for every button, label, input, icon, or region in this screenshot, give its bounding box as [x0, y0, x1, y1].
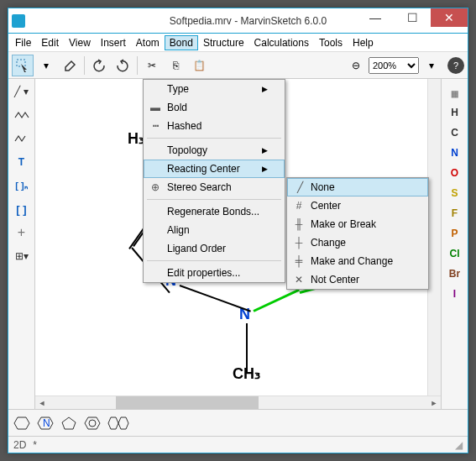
app-window: Softpedia.mrv - MarvinSketch 6.0.0 — ☐ ✕…	[8, 8, 468, 453]
element-n[interactable]: N	[451, 147, 458, 159]
menu-tools[interactable]: Tools	[314, 35, 348, 50]
submenu-make-and-change[interactable]: ╪Make and Change	[287, 252, 428, 270]
scroll-left-icon[interactable]: ◄	[35, 396, 49, 409]
svg-rect-0	[17, 60, 25, 66]
element-c[interactable]: C	[451, 127, 458, 139]
ring-toolbar: N	[8, 409, 468, 436]
cut-button[interactable]: ✂	[141, 55, 163, 76]
make-break-icon: ╫	[292, 218, 306, 230]
menu-atom[interactable]: Atom	[131, 35, 165, 50]
status-resize-grip-icon[interactable]: ◢	[455, 439, 463, 451]
bracket-n-tool[interactable]: [ ]ₙ	[11, 176, 33, 195]
zoom-out-button[interactable]: ⊖	[345, 55, 367, 76]
scroll-thumb[interactable]	[116, 396, 259, 409]
none-icon: ╱	[293, 181, 306, 193]
chain-tool[interactable]	[11, 106, 33, 124]
submenu-none[interactable]: ╱None	[287, 178, 428, 196]
submenu-center[interactable]: #Center	[287, 196, 428, 215]
zoom-dropdown-icon[interactable]: ▾	[421, 55, 442, 76]
maximize-button[interactable]: ☐	[394, 8, 431, 27]
element-o[interactable]: O	[451, 167, 458, 179]
menu-reacting-center[interactable]: Reacting Center▶	[144, 160, 285, 178]
element-p[interactable]: P	[451, 228, 458, 239]
plus-tool[interactable]: +	[11, 223, 33, 242]
menu-file[interactable]: File	[10, 35, 36, 50]
copy-button[interactable]: ⎘	[165, 55, 186, 76]
menu-bond[interactable]: Bond	[165, 35, 198, 50]
main-area: ╱ ▾ T [ ]ₙ [ ] + ⊞▾ H₃C N N N O C	[8, 79, 468, 409]
chain-tool-2[interactable]	[11, 129, 33, 148]
undo-button[interactable]	[88, 55, 110, 76]
submenu-change[interactable]: ┼Change	[287, 233, 428, 252]
statusbar: 2D * ◢	[8, 436, 468, 453]
menu-hashed[interactable]: ┅Hashed	[144, 117, 285, 135]
status-mode: 2D	[13, 439, 26, 451]
menu-bold[interactable]: ▬Bold	[144, 98, 285, 117]
single-bond-tool[interactable]: ╱ ▾	[11, 82, 33, 101]
bond-dropdown: Type▶ ▬Bold ┅Hashed Topology▶ Reacting C…	[143, 79, 285, 283]
menu-structure[interactable]: Structure	[198, 35, 249, 50]
help-button[interactable]: ?	[447, 57, 464, 74]
menu-type[interactable]: Type▶	[144, 80, 285, 98]
horizontal-scrollbar[interactable]: ◄ ►	[35, 396, 441, 409]
pyridine-icon[interactable]: N	[37, 416, 54, 431]
paste-button[interactable]: 📋	[188, 55, 210, 76]
menu-regenerate-bonds[interactable]: Regenerate Bonds...	[144, 202, 285, 221]
menubar: File Edit View Insert Atom Bond Structur…	[8, 34, 468, 52]
menu-topology[interactable]: Topology▶	[144, 141, 285, 160]
center-icon: #	[292, 200, 306, 212]
benzene-icon[interactable]	[84, 416, 101, 431]
naphthalene-icon[interactable]	[107, 416, 129, 431]
element-f[interactable]: F	[452, 207, 458, 219]
vertical-scrollbar[interactable]	[427, 79, 441, 396]
select-tool-button[interactable]	[12, 55, 34, 76]
menu-ligand-order[interactable]: Ligand Order	[144, 239, 285, 258]
svg-marker-1	[14, 417, 29, 429]
redo-button[interactable]	[112, 55, 133, 76]
cyclohexane-icon[interactable]	[13, 416, 30, 431]
text-tool[interactable]: T	[11, 153, 33, 171]
make-change-icon: ╪	[292, 255, 306, 267]
change-icon: ┼	[292, 237, 306, 249]
menu-calculations[interactable]: Calculations	[249, 35, 314, 50]
stereo-search-icon: ⊕	[149, 181, 162, 193]
svg-marker-5	[85, 417, 100, 429]
app-icon	[12, 14, 25, 28]
submenu-make-or-break[interactable]: ╫Make or Break	[287, 215, 428, 233]
menu-edit[interactable]: Edit	[36, 35, 64, 50]
element-s[interactable]: S	[451, 187, 458, 199]
element-h[interactable]: H	[451, 107, 458, 118]
menu-align[interactable]: Align	[144, 221, 285, 239]
main-toolbar: ▾ ✂ ⎘ 📋 ⊖ 200% ▾ ?	[8, 52, 468, 79]
element-cl[interactable]: Cl	[450, 248, 460, 259]
svg-marker-8	[118, 417, 128, 429]
element-br[interactable]: Br	[449, 268, 460, 280]
menu-edit-properties[interactable]: Edit properties...	[144, 264, 285, 282]
eraser-tool-button[interactable]	[59, 55, 81, 76]
menu-stereo-search[interactable]: ⊕Stereo Search	[144, 178, 285, 196]
menu-insert[interactable]: Insert	[96, 35, 131, 50]
svg-text:N: N	[43, 417, 50, 429]
close-button[interactable]: ✕	[431, 8, 468, 27]
svg-marker-4	[62, 417, 76, 429]
submenu-not-center[interactable]: ✕Not Center	[287, 270, 428, 289]
reacting-center-submenu: ╱None #Center ╫Make or Break ┼Change ╪Ma…	[286, 177, 429, 290]
zoom-select[interactable]: 200%	[369, 57, 419, 74]
element-i[interactable]: I	[453, 288, 456, 300]
svg-point-6	[89, 420, 96, 427]
dropdown-arrow-icon[interactable]: ▾	[35, 55, 57, 76]
menu-help[interactable]: Help	[348, 35, 379, 50]
left-sidebar: ╱ ▾ T [ ]ₙ [ ] + ⊞▾	[8, 79, 35, 409]
plus-tool-2[interactable]: ⊞▾	[11, 247, 33, 265]
scroll-right-icon[interactable]: ►	[427, 396, 441, 409]
svg-marker-7	[108, 417, 118, 429]
not-center-icon: ✕	[292, 274, 306, 286]
periodic-table-icon[interactable]: ▦	[451, 89, 458, 98]
status-star: *	[33, 439, 37, 451]
right-sidebar: ▦ H C N O S F P Cl Br I	[441, 79, 468, 409]
minimize-button[interactable]: —	[357, 8, 394, 27]
bracket-tool[interactable]: [ ]	[11, 200, 33, 218]
menu-view[interactable]: View	[64, 35, 96, 50]
bold-bond-icon: ▬	[149, 102, 162, 113]
cyclopentane-icon[interactable]	[60, 416, 77, 431]
